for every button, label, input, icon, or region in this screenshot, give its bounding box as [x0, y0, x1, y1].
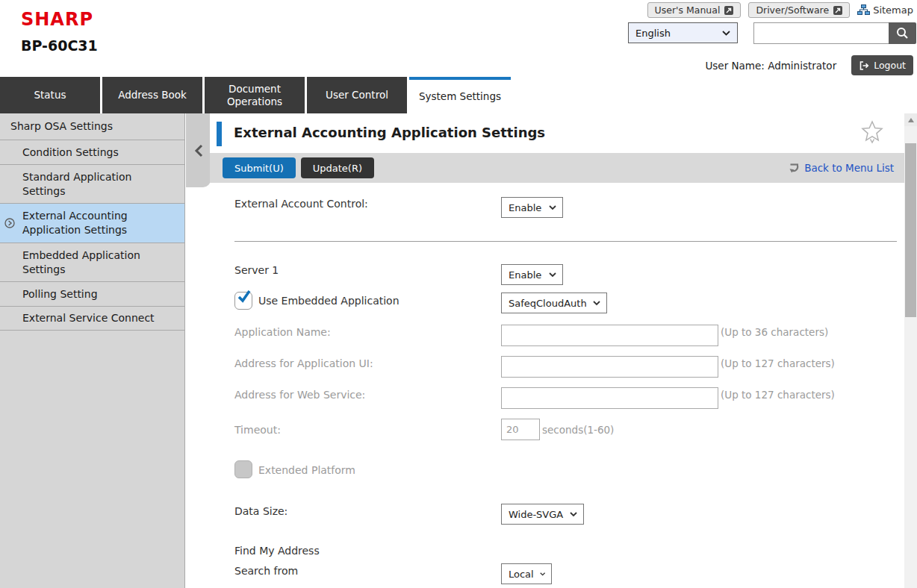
search-box: [753, 22, 916, 44]
select-value: Wide-SVGA: [509, 509, 563, 520]
return-arrow-icon: [787, 162, 801, 175]
sidebar-item-standard-application-settings[interactable]: Standard Application Settings: [0, 165, 184, 204]
language-value: English: [635, 28, 671, 39]
current-item-arrow-icon: [4, 218, 15, 228]
sharp-logo: SHARP: [21, 9, 93, 30]
page: SHARP BP-60C31 User's Manual Driver/Soft…: [0, 0, 917, 588]
driver-software-label: Driver/Software: [756, 4, 829, 16]
sidebar-item-label: External Accounting Application Settings: [22, 209, 184, 237]
sitemap-link[interactable]: Sitemap: [857, 4, 913, 16]
external-account-control-select[interactable]: Enable: [501, 197, 563, 218]
chevron-down-icon: [570, 512, 577, 517]
search-from-select[interactable]: Local: [501, 563, 552, 584]
language-select[interactable]: English: [628, 22, 738, 43]
search-icon: [896, 27, 909, 40]
driver-software-button[interactable]: Driver/Software: [748, 2, 850, 18]
extended-platform-checkbox[interactable]: [234, 460, 252, 478]
logout-button[interactable]: Logout: [851, 55, 913, 75]
sidebar-collapse-button[interactable]: [186, 113, 211, 187]
title-accent-bar: [217, 122, 222, 146]
header-links: User's Manual Driver/Software Sitema: [647, 2, 913, 18]
logout-icon: [859, 60, 869, 71]
section-divider: [234, 241, 897, 242]
main-panel: External Accounting Application Settings…: [210, 113, 904, 588]
back-to-menu-label: Back to Menu List: [804, 162, 894, 174]
header-controls: English: [628, 22, 916, 44]
address-web-service-label: Address for Web Service:: [234, 389, 365, 401]
address-application-ui-note: (Up to 127 characters): [721, 357, 835, 369]
title-row: External Accounting Application Settings: [210, 113, 904, 153]
action-toolbar: Submit(U) Update(R) Back to Menu List: [210, 153, 904, 183]
select-value: SafeqCloudAuth: [509, 298, 587, 309]
back-to-menu-link[interactable]: Back to Menu List: [787, 162, 894, 175]
data-size-select[interactable]: Wide-SVGA: [501, 504, 584, 525]
find-my-address-label: Find My Address: [234, 545, 320, 557]
chevron-down-icon: [549, 272, 556, 278]
sidebar-item-label: Sharp OSA Settings: [10, 119, 113, 134]
header: SHARP BP-60C31 User's Manual Driver/Soft…: [0, 0, 917, 77]
tab-status[interactable]: Status: [0, 77, 100, 113]
external-link-icon: [833, 6, 842, 15]
device-model: BP-60C31: [21, 37, 98, 54]
chevron-down-icon: [540, 572, 545, 577]
extended-platform-label: Extended Platform: [258, 464, 355, 476]
application-name-label: Application Name:: [234, 326, 331, 338]
sidebar-item-condition-settings[interactable]: Condition Settings: [0, 140, 184, 165]
select-value: Local: [509, 569, 534, 580]
sidebar-item-label: Condition Settings: [22, 146, 119, 160]
search-from-label: Search from: [234, 565, 298, 577]
address-web-service-note: (Up to 127 characters): [721, 389, 835, 401]
tab-address-book[interactable]: Address Book: [102, 77, 202, 113]
tab-system-settings[interactable]: System Settings: [409, 77, 511, 113]
sitemap-icon: [857, 4, 870, 16]
embedded-application-select[interactable]: SafeqCloudAuth: [501, 293, 607, 313]
page-title: External Accounting Application Settings: [234, 125, 545, 140]
search-button[interactable]: [889, 22, 916, 44]
tab-document-operations[interactable]: Document Operations: [205, 77, 305, 113]
sidebar-item-external-service-connect[interactable]: External Service Connect: [0, 307, 184, 331]
tab-user-control[interactable]: User Control: [307, 77, 407, 113]
chevron-down-icon: [549, 205, 556, 210]
user-row: User Name: Administrator Logout: [705, 55, 913, 75]
main-tabs: Status Address Book Document Operations …: [0, 77, 917, 113]
server1-select[interactable]: Enable: [501, 264, 563, 285]
vertical-scrollbar[interactable]: [904, 113, 917, 588]
select-value: Enable: [509, 269, 541, 281]
application-name-input[interactable]: [501, 325, 718, 346]
update-button[interactable]: Update(R): [301, 157, 374, 178]
timeout-input[interactable]: [501, 419, 540, 440]
sidebar-item-embedded-application-settings[interactable]: Embedded Application Settings: [0, 243, 184, 282]
up-arrow-icon: [908, 118, 914, 122]
use-embedded-application-label: Use Embedded Application: [258, 295, 400, 307]
sidebar-item-label: Standard Application Settings: [22, 170, 184, 198]
logout-label: Logout: [874, 60, 906, 71]
address-web-service-input[interactable]: [501, 387, 718, 409]
user-name-label: User Name: Administrator: [705, 60, 836, 72]
users-manual-label: User's Manual: [655, 4, 721, 16]
search-input[interactable]: [753, 22, 889, 44]
submit-button[interactable]: Submit(U): [223, 157, 296, 178]
sidebar-item-label: External Service Connect: [22, 311, 155, 325]
sidebar-item-label: Embedded Application Settings: [22, 248, 184, 277]
scroll-up-button[interactable]: [904, 113, 917, 126]
favorite-star-icon[interactable]: [861, 120, 883, 147]
server1-label: Server 1: [234, 264, 279, 276]
sitemap-label: Sitemap: [873, 4, 913, 16]
sidebar-item-polling-setting[interactable]: Polling Setting: [0, 282, 184, 307]
use-embedded-application-checkbox[interactable]: [234, 292, 252, 310]
check-icon: [237, 290, 252, 303]
chevron-left-icon: [193, 143, 204, 158]
data-size-label: Data Size:: [234, 505, 287, 517]
address-application-ui-input[interactable]: [501, 356, 718, 378]
sidebar-item-external-accounting-application-settings[interactable]: External Accounting Application Settings: [0, 204, 184, 243]
chevron-down-icon: [593, 301, 600, 306]
users-manual-button[interactable]: User's Manual: [647, 2, 742, 18]
timeout-label: Timeout:: [234, 424, 281, 436]
sidebar-item-sharp-osa-settings[interactable]: Sharp OSA Settings: [0, 113, 184, 140]
external-link-icon: [724, 6, 733, 15]
address-application-ui-label: Address for Application UI:: [234, 357, 373, 369]
external-account-control-label: External Account Control:: [234, 198, 368, 210]
scrollbar-thumb[interactable]: [905, 143, 916, 317]
select-value: Enable: [509, 202, 541, 213]
timeout-note: seconds(1-60): [542, 424, 614, 436]
